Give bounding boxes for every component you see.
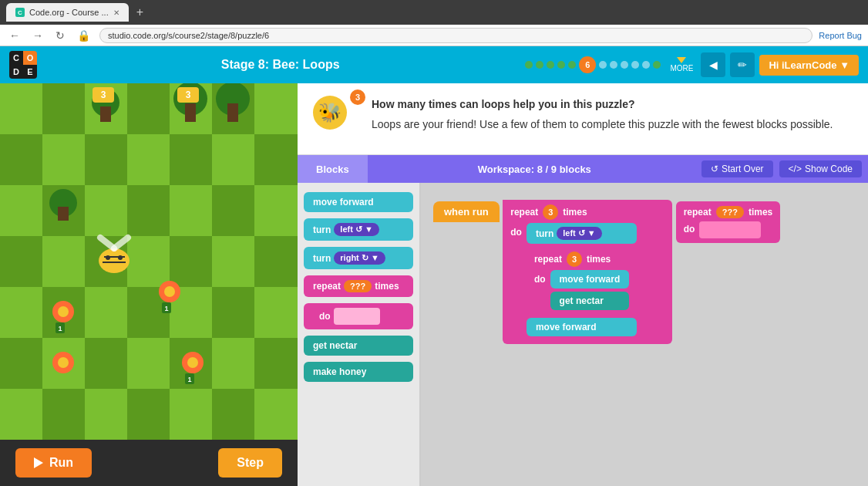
back-arrow-button[interactable]: ◀ [701, 52, 725, 77]
progress-dot-11[interactable] [642, 61, 650, 69]
progress-dot-3[interactable] [547, 61, 554, 69]
repeat-bottom-times: times [749, 207, 772, 218]
svg-rect-22 [254, 185, 298, 236]
repeat-placeholder: ??? [344, 280, 372, 292]
block-turn-left[interactable]: turn left ↺ ▼ [304, 218, 413, 241]
block-do: do [304, 303, 413, 329]
svg-text:1: 1 [164, 305, 168, 312]
repeat-inner-block[interactable]: repeat 3 times do move forward [527, 247, 637, 315]
logo-e: E [23, 65, 37, 79]
block-get-nectar[interactable]: get nectar [304, 336, 413, 356]
block-move-forward[interactable]: move forward [304, 192, 413, 212]
tab-close-button[interactable]: ✕ [113, 8, 119, 17]
progress-dot-7[interactable] [599, 61, 607, 69]
svg-rect-18 [85, 185, 127, 236]
svg-rect-44 [0, 389, 42, 440]
logo-o: O [23, 51, 37, 65]
svg-rect-3 [42, 83, 85, 134]
svg-point-67 [106, 255, 110, 260]
repeat-inner-num: 3 [567, 251, 582, 267]
svg-text:3: 3 [186, 89, 191, 100]
repeat-bottom-block[interactable]: repeat ??? times do [676, 201, 781, 243]
more-label: MORE [670, 64, 693, 73]
progress-dot-10[interactable] [631, 61, 639, 69]
svg-rect-40 [127, 338, 170, 389]
repeat-outer-times: times [563, 207, 587, 218]
turn-left-dropdown[interactable]: left ↺ ▼ [334, 223, 379, 236]
progress-dot-12[interactable] [653, 61, 661, 69]
svg-point-80 [187, 357, 198, 368]
repeat-outer-label: repeat [510, 207, 538, 218]
move-fwd2-label: move forward [536, 322, 597, 332]
turn-left-ws-dropdown[interactable]: left ↺ ▼ [557, 227, 602, 240]
step-button[interactable]: Step [218, 448, 282, 478]
code-org-logo[interactable]: C O D E [9, 51, 37, 79]
forward-button[interactable]: → [29, 28, 46, 43]
code-workspace[interactable]: when run repeat 3 times do [421, 183, 868, 486]
new-tab-button[interactable]: + [136, 5, 143, 19]
game-area: 3 1 1 [0, 83, 298, 486]
user-menu-button[interactable]: Hi iLearnCode ▼ [759, 55, 859, 76]
svg-rect-13 [170, 134, 212, 185]
get-nectar-label: get nectar [313, 340, 357, 351]
progress-dot-8[interactable] [610, 61, 617, 69]
svg-rect-30 [0, 287, 42, 338]
svg-rect-32 [85, 287, 127, 338]
svg-rect-56 [227, 103, 238, 122]
svg-rect-46 [85, 389, 127, 440]
svg-rect-36 [254, 287, 298, 338]
svg-rect-39 [85, 338, 127, 389]
bee-character: 🐝 3 [313, 96, 359, 142]
get-nectar-ws-label: get nectar [560, 295, 604, 306]
svg-rect-9 [0, 134, 42, 185]
tab-favicon: C [15, 8, 25, 17]
repeat-label: repeat [313, 281, 341, 292]
block-turn-right[interactable]: turn right ↻ ▼ [304, 247, 413, 269]
blocks-tab[interactable]: Blocks [298, 155, 368, 183]
move-forward-after-block[interactable]: move forward [527, 318, 637, 336]
report-bug-link[interactable]: Report Bug [819, 31, 862, 40]
svg-rect-28 [212, 236, 254, 287]
stage-title: Stage 8: Bee: Loops [221, 58, 340, 72]
url-input[interactable] [99, 28, 812, 43]
turn-left-block[interactable]: turn left ↺ ▼ [527, 223, 637, 244]
repeat-outer-block[interactable]: repeat 3 times do turn left ↺ ▼ [503, 200, 672, 344]
do-inner-label: do [534, 274, 546, 285]
svg-rect-35 [212, 287, 254, 338]
tab-label: Code.org - Course ... [29, 8, 109, 17]
show-code-button[interactable]: </> Show Code [779, 160, 862, 177]
back-button[interactable]: ← [6, 28, 23, 43]
block-make-honey[interactable]: make honey [304, 362, 413, 382]
lock-icon: 🔒 [74, 28, 93, 43]
edit-button[interactable]: ✏ [730, 52, 755, 77]
progress-dot-6-active[interactable]: 6 [579, 56, 596, 73]
browser-tab[interactable]: C Code.org - Course ... ✕ [6, 3, 129, 22]
svg-text:1: 1 [58, 325, 62, 332]
workspace-body: move forward turn left ↺ ▼ turn right ↻ … [298, 183, 868, 486]
progress-dot-4[interactable] [557, 61, 565, 69]
main-content: 3 1 1 [0, 83, 868, 486]
progress-dot-9[interactable] [621, 61, 628, 69]
repeat-bottom-header: repeat ??? times [684, 206, 773, 218]
run-button[interactable]: Run [15, 448, 92, 478]
when-run-block[interactable]: when run [433, 201, 500, 222]
start-over-button[interactable]: ↺ Start Over [701, 160, 773, 177]
move-forward-inner-block[interactable]: move forward [550, 270, 630, 289]
progress-dot-5[interactable] [568, 61, 576, 69]
svg-rect-5 [127, 83, 170, 134]
repeat-bottom-placeholder: ??? [716, 206, 744, 218]
instruction-title: How many times can loops help you in thi… [372, 96, 833, 113]
get-nectar-inner-block[interactable]: get nectar [550, 292, 630, 310]
logo-d: D [9, 65, 23, 79]
svg-rect-11 [85, 134, 127, 185]
more-button[interactable]: MORE [670, 57, 693, 73]
progress-dot-2[interactable] [536, 61, 543, 69]
progress-dot-1[interactable] [525, 61, 533, 69]
do-label: do [319, 311, 331, 322]
block-repeat[interactable]: repeat ??? times [304, 275, 413, 297]
repeat-outer-num: 3 [543, 204, 558, 220]
refresh-button[interactable]: ↻ [52, 28, 68, 43]
do-bottom-empty-slot[interactable] [699, 221, 761, 238]
svg-point-64 [102, 251, 126, 270]
turn-right-dropdown[interactable]: right ↻ ▼ [334, 251, 385, 265]
